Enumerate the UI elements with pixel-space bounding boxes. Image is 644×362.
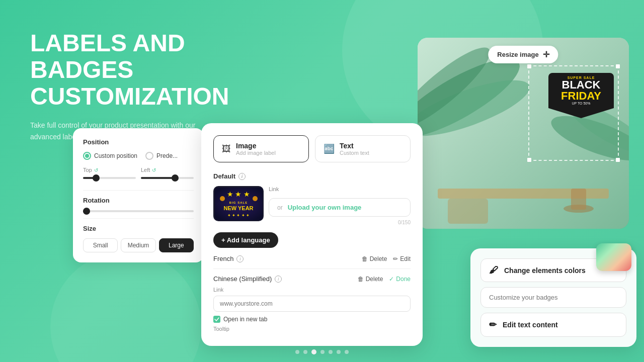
preview-area: Resize image ✛ SUPER SALE BLACK FRIDAY U… [418, 38, 629, 229]
pagination-dots [295, 349, 349, 354]
image-tab-label: Image [236, 142, 276, 150]
svg-rect-14 [448, 199, 488, 224]
french-header: French i 🗑 Delete ✏ Edit [213, 255, 411, 262]
chinese-done-btn[interactable]: ✓ Done [389, 276, 411, 283]
link-label: Link [269, 186, 411, 192]
dot-7[interactable] [345, 350, 349, 354]
top-slider-container: Top ↺ [83, 167, 136, 184]
size-medium-btn[interactable]: Medium [121, 238, 155, 252]
dot-1[interactable] [295, 350, 299, 354]
customize-badges-input[interactable] [480, 287, 626, 308]
chinese-delete-btn[interactable]: 🗑 Delete [358, 276, 383, 283]
corner-br [616, 158, 620, 162]
svg-point-2 [220, 196, 225, 201]
custom-position-label: Custom position [94, 152, 137, 159]
text-tab-label: Text [340, 142, 369, 150]
svg-text:BIG SALE: BIG SALE [229, 201, 247, 204]
pencil-icon: ✏ [489, 319, 497, 330]
dot-6[interactable] [337, 350, 341, 354]
position-title: Position [83, 138, 194, 146]
size-section: Size Small Medium Large [83, 218, 194, 252]
paintbrush-icon: 🖌 [489, 265, 498, 276]
bottom-right-panel: 🖌 Change elements colors ✏ Edit text con… [470, 248, 636, 347]
bg-blob-2 [50, 251, 201, 362]
chinese-link-label: Link [213, 287, 411, 293]
open-new-tab-row: Open in new tab [213, 316, 411, 323]
upload-box[interactable]: or Upload your own image [269, 198, 411, 217]
add-language-button[interactable]: + Add language [213, 232, 278, 248]
image-tab-text: Image Add image label [236, 142, 276, 156]
chinese-link-input[interactable] [213, 296, 411, 312]
rotation-slider[interactable] [83, 210, 194, 212]
size-title: Size [83, 225, 194, 232]
top-label: Top ↺ [83, 167, 98, 173]
chinese-section: Chinese (Simplified) i 🗑 Delete ✓ Done L… [213, 268, 411, 332]
tab-row: 🖼 Image Add image label 🔤 Text Custom te… [213, 135, 411, 162]
left-slider-track[interactable] [141, 177, 194, 179]
corner-bl [527, 158, 531, 162]
chinese-header: Chinese (Simplified) i 🗑 Delete ✓ Done [213, 275, 411, 283]
open-new-tab-label: Open in new tab [223, 316, 267, 323]
black-friday-badge: SUPER SALE BLACK FRIDAY UP TO 50% [548, 73, 614, 153]
top-refresh-icon[interactable]: ↺ [94, 167, 98, 173]
dot-4[interactable] [320, 350, 325, 354]
predefined-radio-circle [145, 152, 153, 160]
top-slider-thumb[interactable] [93, 174, 100, 182]
text-tab-icon: 🔤 [324, 143, 335, 154]
edit-text-content-btn[interactable]: ✏ Edit text content [480, 313, 626, 337]
custom-position-radio[interactable]: Custom position [83, 152, 137, 160]
default-section-header: Default i [213, 172, 411, 180]
corner-tl [527, 64, 531, 68]
rotation-thumb[interactable] [83, 208, 90, 215]
chinese-actions: 🗑 Delete ✓ Done [358, 276, 411, 283]
size-buttons: Small Medium Large [83, 238, 194, 252]
predefined-label: Prede... [156, 152, 178, 159]
color-gradient-swatch [596, 243, 631, 271]
left-refresh-icon[interactable]: ↺ [152, 167, 156, 173]
resize-image-button[interactable]: Resize image ✛ [488, 46, 558, 63]
dot-2[interactable] [303, 350, 307, 354]
tab-text[interactable]: 🔤 Text Custom text [315, 135, 411, 162]
svg-text:✦ ✦ ✦ ✦ ✦: ✦ ✦ ✦ ✦ ✦ [227, 213, 250, 218]
text-tab-sublabel: Custom text [340, 150, 369, 156]
tab-image[interactable]: 🖼 Image Add image label [213, 135, 309, 162]
french-section: French i 🗑 Delete ✏ Edit [213, 255, 411, 262]
image-preview: ★ ★ ★ BIG SALE NEW YEAR ✦ ✦ ✦ ✦ ✦ [213, 186, 264, 221]
dot-5[interactable] [329, 350, 333, 354]
predefined-radio[interactable]: Prede... [145, 152, 178, 160]
open-new-tab-checkbox[interactable] [213, 316, 220, 323]
french-delete-btn[interactable]: 🗑 Delete [362, 255, 387, 262]
rotation-section: Rotation [83, 190, 194, 212]
checkmark-icon [214, 317, 219, 321]
size-small-btn[interactable]: Small [83, 238, 118, 252]
left-slider-fill [141, 177, 175, 179]
left-slider-thumb[interactable] [172, 174, 179, 182]
position-radio-group: Custom position Prede... [83, 152, 194, 160]
chinese-link-input-row: Link [213, 287, 411, 312]
french-actions: 🗑 Delete ✏ Edit [362, 255, 411, 262]
top-slider-track[interactable] [83, 177, 136, 179]
resize-image-label: Resize image [497, 51, 538, 58]
bf-upto: UP TO 50% [553, 102, 609, 105]
dot-3-active[interactable] [311, 349, 316, 354]
size-large-btn[interactable]: Large [159, 238, 194, 252]
bf-tail [548, 108, 614, 118]
bf-friday: FRIDAY [553, 90, 609, 102]
new-year-badge-svg: ★ ★ ★ BIG SALE NEW YEAR ✦ ✦ ✦ ✦ ✦ [215, 188, 263, 220]
upload-link[interactable]: Upload your own image [288, 204, 362, 211]
french-edit-btn[interactable]: ✏ Edit [393, 255, 411, 262]
preview-background: Resize image ✛ SUPER SALE BLACK FRIDAY U… [418, 38, 629, 229]
svg-text:NEW YEAR: NEW YEAR [223, 205, 253, 211]
bf-black: BLACK [553, 79, 609, 90]
text-tab-text: Text Custom text [340, 142, 369, 156]
left-label: Left ↺ [141, 167, 156, 173]
left-slider-container: Left ↺ [141, 167, 194, 184]
tooltip-label: Tooltip [213, 326, 411, 332]
default-label: Default [213, 172, 235, 180]
chinese-label: Chinese (Simplified) i [213, 275, 282, 283]
custom-radio-circle [83, 152, 91, 160]
upload-area: Link or Upload your own image 0/150 [269, 186, 411, 225]
corner-tr [616, 64, 620, 68]
image-tab-icon: 🖼 [222, 144, 231, 154]
image-link-area: ★ ★ ★ BIG SALE NEW YEAR ✦ ✦ ✦ ✦ ✦ Link o… [213, 186, 411, 225]
